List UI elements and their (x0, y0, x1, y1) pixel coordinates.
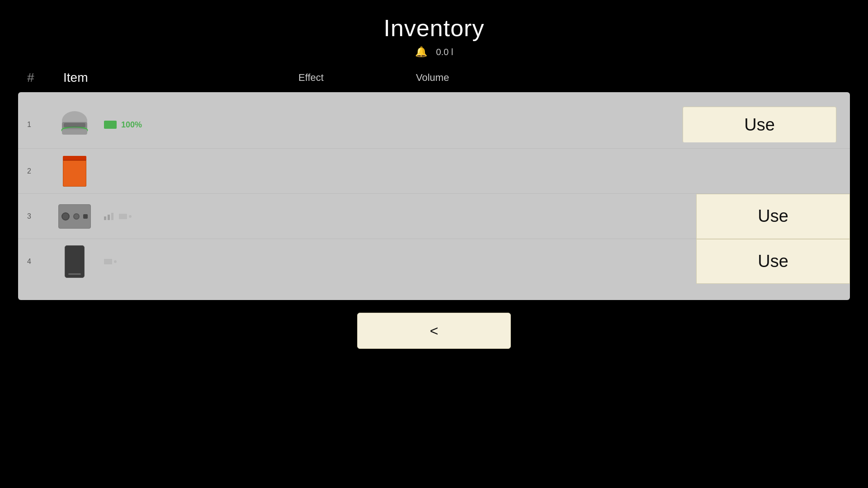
effect-percent: 100% (121, 120, 142, 130)
row-1-content: 1 (27, 108, 683, 142)
green-bar-icon (104, 121, 117, 129)
stat-value: 0.0 l (436, 47, 453, 57)
row-number: 1 (27, 121, 54, 129)
inventory-panel: 1 (18, 92, 850, 300)
table-row: 3 (18, 194, 696, 239)
col-effect-header: Effect (298, 72, 389, 84)
table-row: 2 (18, 149, 850, 194)
svg-rect-4 (64, 123, 85, 127)
use-buttons-double: Use Use (696, 194, 850, 284)
table-row: 1 (18, 101, 850, 149)
page-title: Inventory (384, 14, 485, 42)
row-3-effect (104, 213, 683, 220)
col-volume-header: Volume (416, 72, 506, 84)
back-button-wrapper: < (357, 313, 511, 349)
row-number: 4 (27, 258, 54, 266)
row-4-effect (104, 259, 683, 264)
svg-rect-3 (62, 129, 87, 135)
col-item-header: Item (63, 70, 235, 85)
col-number-header: # (27, 70, 63, 85)
row-number: 2 (27, 167, 54, 175)
row-2-content: 2 (27, 154, 683, 188)
use-button-3[interactable]: Use (696, 194, 850, 239)
helmet-icon (54, 108, 95, 142)
use-button-col-1: Use (683, 107, 836, 143)
use-button-1[interactable]: Use (683, 107, 836, 143)
use-button-4[interactable]: Use (696, 239, 850, 284)
rows-3-4-content: 3 (18, 194, 696, 284)
rows-3-4: 3 (18, 194, 850, 284)
row-1-effect: 100% (104, 120, 683, 130)
radio-icon (54, 199, 95, 233)
bell-icon: 🔔 (415, 46, 427, 58)
row-number: 3 (27, 212, 54, 221)
row-3-content: 3 (27, 199, 683, 233)
table-row: 4 (18, 239, 696, 284)
row-4-content: 4 (27, 244, 683, 278)
column-headers: # Item Effect Volume (0, 58, 868, 92)
header: Inventory 🔔 0.0 l (0, 0, 868, 58)
page-wrapper: Inventory 🔔 0.0 l # Item Effect Volume 1 (0, 0, 868, 488)
header-stats: 🔔 0.0 l (415, 46, 453, 58)
orange-box-icon (54, 154, 95, 188)
phone-icon (54, 244, 95, 278)
back-button[interactable]: < (357, 313, 511, 349)
